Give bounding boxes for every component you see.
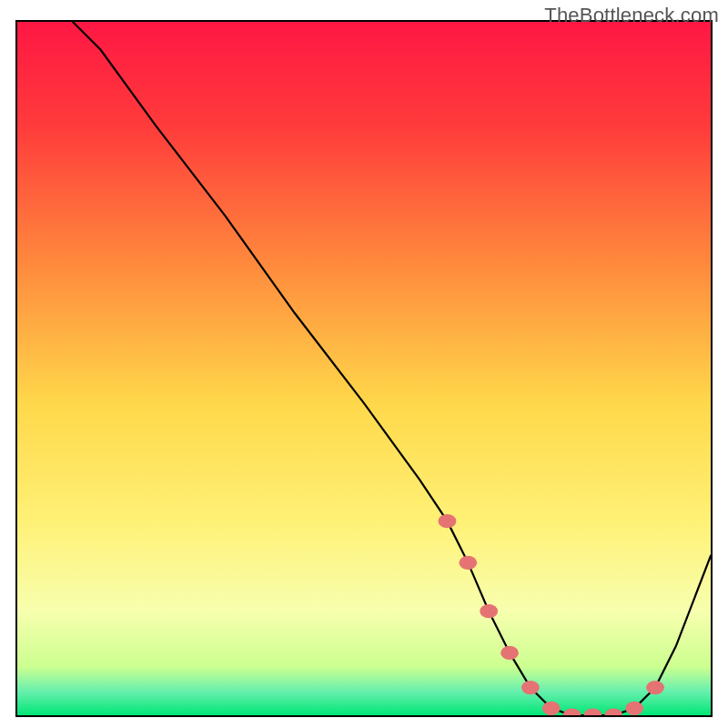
highlight-point xyxy=(604,708,622,715)
highlight-point xyxy=(480,604,498,618)
curve-layer xyxy=(17,22,711,715)
highlight-point xyxy=(439,514,457,528)
highlight-point xyxy=(542,702,561,715)
highlight-point xyxy=(625,702,643,715)
highlight-point xyxy=(521,681,540,694)
highlight-point xyxy=(459,556,477,570)
watermark-text: TheBottleneck.com xyxy=(544,4,719,27)
bottleneck-curve xyxy=(73,22,711,715)
plot-area xyxy=(15,20,713,717)
chart-container: TheBottleneck.com xyxy=(0,0,728,728)
highlight-point xyxy=(584,708,602,715)
highlight-point xyxy=(500,646,519,660)
highlight-point xyxy=(563,708,581,715)
highlight-points xyxy=(439,514,664,715)
highlight-point xyxy=(646,681,664,694)
